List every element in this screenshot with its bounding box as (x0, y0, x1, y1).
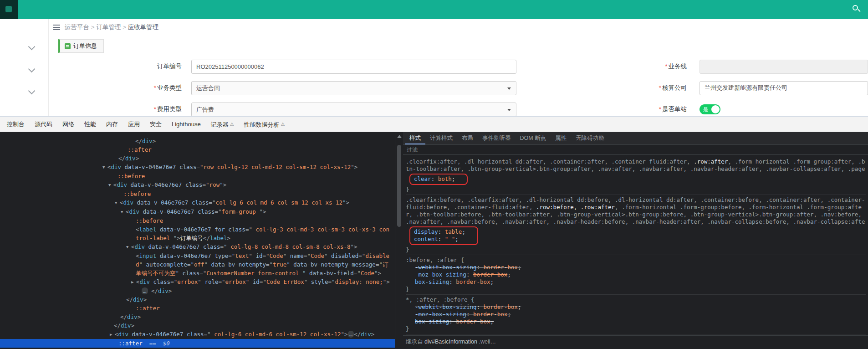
ellipsis-button[interactable]: … (348, 331, 354, 338)
styles-filter[interactable]: 过滤 (403, 145, 868, 155)
chevron-down-icon[interactable] (28, 66, 36, 73)
css-declaration[interactable]: -webkit-box-sizing: border-box; (406, 264, 866, 271)
devtools-tab-源代码[interactable]: 源代码 (30, 117, 57, 132)
styles-tab-计算样式[interactable]: 计算样式 (425, 132, 457, 144)
inherited-target-link[interactable]: div#BasicInformation (424, 339, 477, 345)
tree-line[interactable]: ▶ <div data-v-046e76e7 class=" col-lg-6 … (0, 330, 395, 339)
chevron-down-icon[interactable] (28, 87, 36, 95)
styles-tab-无障碍功能[interactable]: 无障碍功能 (571, 132, 609, 144)
css-declaration[interactable]: -webkit-box-sizing: border-box; (406, 303, 866, 311)
collapsed-arrow-icon[interactable]: ▶ (131, 280, 136, 284)
css-rule: .clearfix:before, .clearfix:after, .dl-h… (406, 195, 866, 255)
css-rule-well[interactable]: .well { (403, 347, 868, 349)
collapsed-arrow-icon[interactable]: ▶ (110, 332, 115, 337)
punctuation: "> (383, 278, 390, 285)
styles-tab-DOM 断点[interactable]: DOM 断点 (516, 132, 551, 144)
tree-line[interactable]: ▼ <div data-v-046e76e7 class="col-lg-6 c… (0, 198, 395, 207)
tree-line[interactable]: ::after (0, 145, 395, 154)
tree-line[interactable]: ::before (0, 172, 395, 180)
expand-arrow-icon[interactable]: ▼ (115, 200, 120, 205)
tree-line[interactable]: ▼ <div data-v-046e76e7 class="row col-lg… (0, 163, 395, 172)
attribute-name: role (204, 278, 218, 285)
label-text: 核算公司 (662, 84, 687, 91)
devtools-tab-记录器[interactable]: 记录器⚠ (206, 117, 239, 132)
devtools-tab-控制台[interactable]: 控制台 (2, 117, 30, 132)
search-icon[interactable] (853, 5, 862, 14)
styles-tab-样式[interactable]: 样式 (405, 132, 425, 144)
css-selector[interactable]: :before, :after { (406, 257, 866, 264)
elements-scrollbar[interactable] (395, 132, 403, 349)
devtools-tab-应用[interactable]: 应用 (123, 117, 145, 132)
业务类型-select[interactable]: 运营合同 (191, 81, 516, 95)
label-text: 订单编号 (157, 63, 182, 70)
styles-tab-事件监听器[interactable]: 事件监听器 (478, 132, 516, 144)
property-value: border-box (456, 318, 490, 325)
devtools-tab-性能数据分析[interactable]: 性能数据分析⚠ (239, 117, 290, 132)
tree-line[interactable]: ::before (0, 190, 395, 198)
css-declaration[interactable]: box-sizing: border-box; (406, 278, 866, 286)
tree-line[interactable]: </div> (0, 137, 395, 145)
css-selector[interactable]: .clearfix:after, .dl-horizontal dd:after… (406, 158, 866, 173)
tree-line[interactable]: </div> (0, 295, 395, 304)
breadcrumb-item[interactable]: 运营平台 (65, 24, 89, 31)
devtools-tab-内存[interactable]: 内存 (101, 117, 123, 132)
required-asterisk: * (665, 63, 667, 70)
chevron-down-icon (507, 109, 511, 111)
费用类型-select[interactable]: 广告费 (191, 103, 516, 117)
colon: : (449, 278, 456, 285)
styles-tab-布局[interactable]: 布局 (457, 132, 478, 144)
tree-line[interactable]: … </div> (0, 287, 395, 295)
property-name: -webkit-box-sizing (415, 264, 476, 271)
css-declaration[interactable]: clear: both; (414, 175, 455, 183)
scrollbar-thumb[interactable] (397, 145, 401, 227)
css-declaration[interactable]: content: " "; (414, 236, 465, 243)
expand-arrow-icon[interactable]: ▼ (121, 210, 126, 214)
业务线-input[interactable] (700, 60, 868, 74)
expand-arrow-icon[interactable]: ▼ (108, 183, 113, 187)
css-declaration[interactable]: -moz-box-sizing: border-box; (406, 311, 866, 318)
tree-line[interactable]: <input data-v-046e76e7 type="text" id="C… (0, 251, 395, 277)
tree-line[interactable]: <label data-v-046e76e7 for class=" col-l… (0, 225, 395, 242)
订单编号-label: 订单编号 (49, 59, 191, 74)
devtools-tab-网络[interactable]: 网络 (57, 117, 79, 132)
tree-line[interactable]: ▼ <div data-v-046e76e7 class="form-group… (0, 207, 395, 216)
tree-line[interactable]: ▼ <div data-v-046e76e7 class=" col-lg-8 … (0, 242, 395, 251)
devtools-tab-性能[interactable]: 性能 (79, 117, 101, 132)
核算公司-input[interactable] (700, 81, 868, 95)
colon: : (438, 228, 445, 235)
expand-arrow-icon[interactable]: ▼ (126, 245, 131, 249)
tree-line[interactable]: ▼ <div data-v-046e76e7 class="row"> (0, 180, 395, 190)
devtools-tab-Lighthouse[interactable]: Lighthouse (167, 117, 206, 132)
expand-arrow-icon[interactable]: ▼ (102, 165, 107, 169)
是否单站-toggle[interactable]: 是 (700, 104, 720, 114)
css-selector[interactable]: *, :after, :before { (406, 296, 866, 303)
punctuation: "> (374, 270, 381, 277)
punctuation: "> (342, 199, 349, 206)
ellipsis-button[interactable]: … (142, 287, 148, 294)
tree-line[interactable]: </div> (0, 321, 395, 330)
tree-line[interactable]: </div> (0, 313, 395, 321)
tree-line[interactable]: ▶ <div class="errbox" role="errbox" id="… (0, 277, 395, 287)
semicolon: ; (490, 278, 494, 285)
tree-line[interactable]: </div> (0, 154, 395, 163)
attribute-value: text (235, 252, 249, 259)
tree-line[interactable]: ::before (0, 216, 395, 225)
css-declaration[interactable]: display: table; (414, 228, 465, 236)
scroll-up-icon[interactable] (397, 135, 402, 138)
订单编号-input[interactable] (191, 60, 516, 74)
punctuation: </ (203, 235, 210, 241)
styles-tab-属性[interactable]: 属性 (551, 132, 571, 144)
css-declaration[interactable]: box-sizing: border-box; (406, 318, 866, 325)
css-declaration[interactable]: -moz-box-sizing: border-box; (406, 271, 866, 278)
tab-order-info[interactable]: 订单信息 (58, 39, 104, 53)
devtools-tab-安全[interactable]: 安全 (145, 117, 167, 132)
是否单站-toggle-wrap: 是 (700, 104, 868, 114)
css-selector[interactable]: .clearfix:before, .clearfix:after, .dl-h… (406, 196, 866, 226)
tree-line[interactable]: ::after (0, 304, 395, 313)
breadcrumb-item[interactable]: 订单管理 (96, 24, 121, 31)
menu-collapse-icon[interactable] (53, 25, 60, 30)
chevron-down-icon[interactable] (28, 43, 36, 51)
breadcrumb-item[interactable]: 应收单管理 (128, 24, 159, 31)
attribute-name: data-v-046e76e7 (124, 164, 176, 170)
tree-line-selected[interactable]: ::after == $0 (0, 339, 395, 348)
